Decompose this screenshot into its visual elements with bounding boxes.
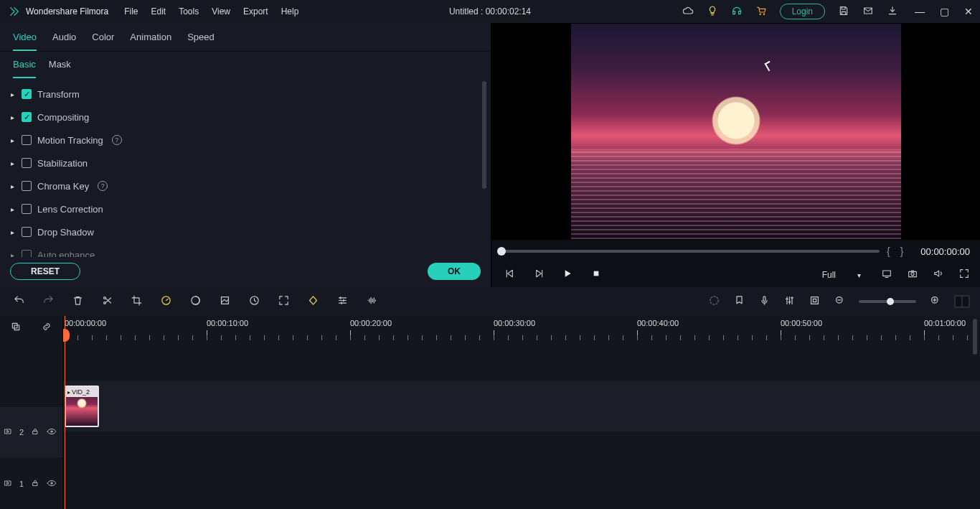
window-maximize-button[interactable]: ▢ xyxy=(940,7,948,16)
menu-tools[interactable]: Tools xyxy=(179,6,199,17)
bulb-icon[interactable] xyxy=(707,5,718,19)
tab-audio[interactable]: Audio xyxy=(52,32,76,51)
track-visibility-icon[interactable] xyxy=(47,478,57,490)
cart-icon[interactable] xyxy=(755,5,767,19)
window-minimize-button[interactable]: — xyxy=(915,7,924,16)
checkbox-auto-enhance[interactable] xyxy=(22,250,32,257)
marker-icon[interactable] xyxy=(733,294,745,309)
chevron-right-icon[interactable]: ▸ xyxy=(9,113,16,121)
chevron-right-icon[interactable]: ▸ xyxy=(9,251,16,258)
snapshot-icon[interactable] xyxy=(907,268,918,282)
timeline-display-toggle[interactable] xyxy=(954,295,970,308)
checkbox-transform[interactable]: ✓ xyxy=(22,89,32,99)
reset-button[interactable]: RESET xyxy=(10,263,80,280)
link-icon[interactable] xyxy=(41,321,52,335)
timeline-track-2[interactable]: VID_2 xyxy=(63,381,980,431)
timeline-clip[interactable]: VID_2 xyxy=(65,386,99,427)
track-lock-icon[interactable] xyxy=(31,427,39,437)
property-row-lens-correction[interactable]: ▸ Lens Correction xyxy=(9,197,482,220)
checkbox-chroma-key[interactable] xyxy=(22,181,32,191)
save-icon[interactable] xyxy=(838,5,849,19)
property-row-drop-shadow[interactable]: ▸ Drop Shadow xyxy=(9,220,482,243)
tab-mask[interactable]: Mask xyxy=(49,59,71,78)
chevron-right-icon[interactable]: ▸ xyxy=(9,205,16,213)
download-arrow-icon[interactable] xyxy=(887,5,898,19)
tab-video[interactable]: Video xyxy=(13,32,37,51)
chevron-right-icon[interactable]: ▸ xyxy=(9,228,16,236)
menu-export[interactable]: Export xyxy=(243,6,268,17)
preview-progress-slider[interactable] xyxy=(501,250,880,253)
duplicate-track-icon[interactable] xyxy=(10,321,22,335)
preview-progress-thumb[interactable] xyxy=(497,247,506,256)
zoom-slider[interactable] xyxy=(859,300,916,303)
mark-in-icon[interactable]: { xyxy=(887,246,900,257)
step-forward-icon[interactable] xyxy=(533,268,545,282)
menu-view[interactable]: View xyxy=(212,6,230,17)
property-row-motion-tracking[interactable]: ▸ Motion Tracking ? xyxy=(9,129,482,151)
timeline-ruler[interactable]: 00:00:00:00 00:00:10:00 00:00:20:00 00:0… xyxy=(63,316,980,340)
mail-icon[interactable] xyxy=(862,5,874,19)
ok-button[interactable]: OK xyxy=(428,263,481,280)
render-preview-icon[interactable] xyxy=(708,294,720,309)
redo-icon[interactable] xyxy=(42,294,55,309)
property-row-chroma-key[interactable]: ▸ Chroma Key ? xyxy=(9,174,482,197)
track-header-1[interactable]: 1 xyxy=(0,459,62,509)
menu-help[interactable]: Help xyxy=(281,6,299,17)
chevron-right-icon[interactable]: ▸ xyxy=(9,90,16,98)
help-icon[interactable]: ? xyxy=(112,135,122,145)
timeline-track-1[interactable] xyxy=(63,433,980,483)
crop-zoom-icon[interactable] xyxy=(219,294,231,309)
settings-icon[interactable] xyxy=(336,294,349,309)
tab-speed[interactable]: Speed xyxy=(187,32,215,51)
reframe-icon[interactable] xyxy=(809,294,821,309)
track-visibility-icon[interactable] xyxy=(47,426,57,438)
fullscreen-icon[interactable] xyxy=(958,268,970,282)
tab-basic[interactable]: Basic xyxy=(13,59,36,78)
playhead[interactable] xyxy=(65,316,65,509)
tab-animation[interactable]: Animation xyxy=(130,32,171,51)
play-icon[interactable] xyxy=(562,268,573,282)
property-row-transform[interactable]: ▸ ✓ Transform xyxy=(9,83,482,106)
timeline-scrollbar[interactable] xyxy=(973,319,977,355)
help-icon[interactable]: ? xyxy=(98,181,108,191)
panel-scrollbar[interactable] xyxy=(482,81,486,189)
audio-waveform-icon[interactable] xyxy=(366,294,378,309)
delete-icon[interactable] xyxy=(72,294,84,309)
zoom-in-icon[interactable] xyxy=(929,294,941,309)
chevron-right-icon[interactable]: ▸ xyxy=(9,159,16,167)
step-back-icon[interactable] xyxy=(504,268,516,282)
window-close-button[interactable]: ✕ xyxy=(964,7,973,16)
detach-preview-icon[interactable] xyxy=(881,268,892,282)
undo-icon[interactable] xyxy=(13,294,25,309)
color-icon[interactable] xyxy=(189,294,202,309)
track-lock-icon[interactable] xyxy=(31,479,39,489)
chevron-right-icon[interactable]: ▸ xyxy=(9,182,16,190)
checkbox-stabilization[interactable] xyxy=(22,158,32,168)
freeze-frame-icon[interactable] xyxy=(248,294,260,309)
headset-icon[interactable] xyxy=(731,5,743,19)
track-header-2[interactable]: 2 xyxy=(0,407,62,457)
voiceover-icon[interactable] xyxy=(758,294,771,309)
menu-edit[interactable]: Edit xyxy=(151,6,166,17)
property-row-stabilization[interactable]: ▸ Stabilization xyxy=(9,151,482,174)
property-row-auto-enhance[interactable]: ▸ Auto enhance xyxy=(9,243,482,257)
menu-file[interactable]: File xyxy=(124,6,138,17)
chevron-right-icon[interactable]: ▸ xyxy=(9,136,16,144)
crop-icon[interactable] xyxy=(131,294,143,309)
login-button[interactable]: Login xyxy=(780,4,825,19)
keyframe-icon[interactable] xyxy=(307,294,319,309)
stop-icon[interactable] xyxy=(590,268,602,282)
checkbox-lens-correction[interactable] xyxy=(22,204,32,214)
checkbox-compositing[interactable]: ✓ xyxy=(22,112,32,122)
zoom-slider-thumb[interactable] xyxy=(887,298,894,305)
speed-icon[interactable] xyxy=(160,294,172,309)
zoom-out-icon[interactable] xyxy=(834,294,846,309)
checkbox-drop-shadow[interactable] xyxy=(22,227,32,237)
tab-color[interactable]: Color xyxy=(92,32,114,51)
split-icon[interactable] xyxy=(101,294,113,309)
volume-icon[interactable] xyxy=(933,268,944,282)
mark-out-icon[interactable]: } xyxy=(900,246,914,257)
cloud-icon[interactable] xyxy=(682,5,694,19)
mixer-icon[interactable] xyxy=(783,294,796,309)
preview-quality-select[interactable]: Full ▾ xyxy=(815,267,867,283)
